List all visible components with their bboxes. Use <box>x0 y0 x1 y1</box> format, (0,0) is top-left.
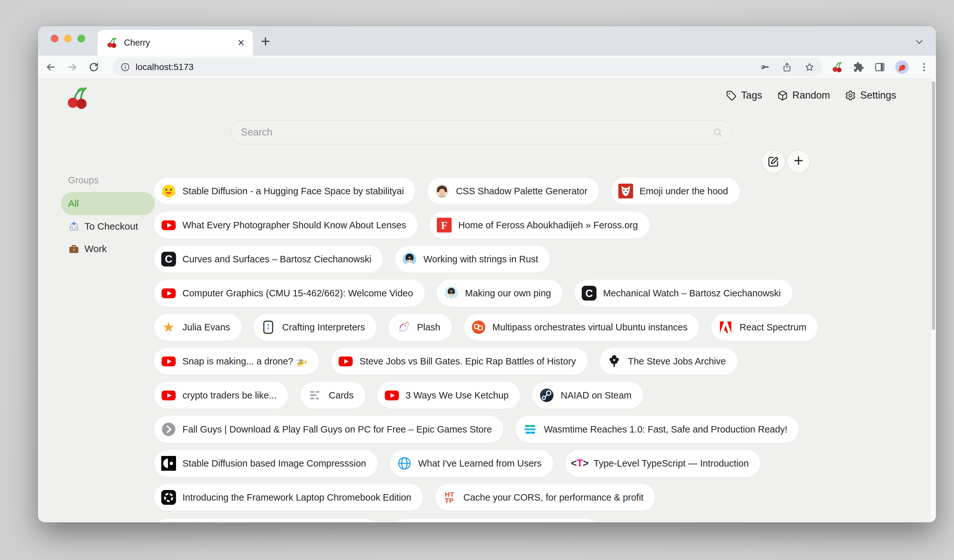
side-panel-icon[interactable] <box>874 61 886 73</box>
bookmark-pill[interactable]: What I've Learned from Users <box>390 450 553 477</box>
bookmark-row: Stable Diffusion based Image Compresssio… <box>154 450 818 477</box>
bookmark-pill[interactable]: Wasmtime Reaches 1.0: Fast, Safe and Pro… <box>516 416 799 443</box>
inbox-icon <box>68 221 80 232</box>
bookmark-pill[interactable]: Plash <box>389 314 452 341</box>
back-arrow-icon <box>45 61 56 73</box>
bookmark-pill[interactable]: crypto traders be like... <box>154 382 288 409</box>
bookmark-pill[interactable]: NAIAD on Steam <box>532 382 643 409</box>
bookmark-pill[interactable] <box>154 519 379 523</box>
bookmark-row: Fall Guys | Download & Play Fall Guys on… <box>154 416 818 443</box>
bookmark-pill[interactable]: CSS Shadow Palette Generator <box>427 177 599 205</box>
bookmark-pill[interactable]: Stable Diffusion based Image Compresssio… <box>154 450 378 477</box>
search-input[interactable] <box>240 126 712 138</box>
bookmark-label: NAIAD on Steam <box>561 390 631 401</box>
bookmark-pill[interactable]: ★Julia Evans <box>154 314 242 341</box>
book-icon <box>261 320 276 334</box>
person-avatar-icon <box>435 184 449 198</box>
settings-button[interactable]: Settings <box>845 90 896 101</box>
bookmark-label: Introducing the Framework Laptop Chromeb… <box>182 492 412 503</box>
tag-icon <box>726 90 737 101</box>
bookmark-pill[interactable]: FHome of Feross Aboukhadijeh » Feross.or… <box>430 212 649 239</box>
close-window-button[interactable] <box>51 35 58 42</box>
sidebar-item-to-checkout[interactable]: To Checkout <box>61 215 155 238</box>
bookmark-pill[interactable]: 3 Ways We Use Ketchup <box>377 382 521 409</box>
ciechanowski-icon: C <box>161 252 176 266</box>
bookmark-pill[interactable]: CMechanical Watch – Bartosz Ciechanowski <box>575 280 792 306</box>
edit-bookmarks-button[interactable] <box>762 149 786 173</box>
youtube-icon <box>161 218 176 232</box>
bookmark-label: Stable Diffusion - a Hugging Face Space … <box>182 186 404 196</box>
globe-icon <box>397 456 412 471</box>
bookmark-label: Steve Jobs vs Bill Gates. Epic Rap Battl… <box>359 356 576 367</box>
password-key-icon[interactable] <box>759 62 770 72</box>
bookmark-row: Introducing the Framework Laptop Chromeb… <box>154 484 818 511</box>
bookmark-pill[interactable]: Introducing the Framework Laptop Chromeb… <box>154 484 423 511</box>
bookmark-star-icon[interactable] <box>804 62 815 72</box>
back-button[interactable] <box>42 59 59 75</box>
bookmark-pill[interactable]: Working with strings in Rust <box>395 246 550 272</box>
adobe-icon <box>718 320 733 334</box>
search-icon <box>712 127 723 138</box>
bookmark-label: Snap is making... a drone? 🚁 <box>182 356 307 367</box>
bookmark-row: Stable Diffusion - a Hugging Face Space … <box>154 177 818 205</box>
bookmark-pill[interactable]: Crafting Interpreters <box>254 314 376 341</box>
sidebar-item-work[interactable]: Work <box>61 238 155 260</box>
bookmark-pill[interactable]: Steve Jobs vs Bill Gates. Epic Rap Battl… <box>331 348 588 375</box>
bookmark-label: Julia Evans <box>182 322 230 333</box>
settings-label: Settings <box>860 90 896 101</box>
cherry-extension-icon[interactable] <box>831 61 843 73</box>
bookmark-row: Snap is making... a drone? 🚁Steve Jobs v… <box>154 348 818 375</box>
bookmark-pill[interactable]: <T>Type-Level TypeScript — Introduction <box>565 450 760 477</box>
scrollbar-thumb[interactable] <box>932 81 935 330</box>
site-info-icon[interactable] <box>120 62 130 72</box>
tags-button[interactable]: Tags <box>726 90 762 101</box>
bookmark-pill[interactable]: Computer Graphics (CMU 15-462/662): Welc… <box>154 280 425 306</box>
share-icon[interactable] <box>782 62 792 72</box>
bookmark-pill[interactable]: Emoji under the hood <box>611 177 740 205</box>
bookmark-pill[interactable]: React Spectrum <box>711 314 818 341</box>
extensions-puzzle-icon[interactable] <box>853 61 865 73</box>
bookmark-label: Cards <box>329 390 353 401</box>
bookmark-pill[interactable]: What Every Photographer Should Know Abou… <box>154 212 418 239</box>
bookmark-pill[interactable]: Fall Guys | Download & Play Fall Guys on… <box>154 416 504 443</box>
sidebar-item-all[interactable]: All <box>61 192 155 215</box>
plus-icon: + <box>794 151 803 170</box>
bookmark-label: Working with strings in Rust <box>423 254 538 264</box>
bookmark-label: 3 Ways We Use Ketchup <box>406 390 509 401</box>
browser-menu-kebab-icon[interactable] <box>918 61 930 73</box>
bookmark-pill[interactable]: Making our own ping <box>437 280 563 306</box>
tree-icon <box>607 354 622 369</box>
bookmark-pill[interactable]: CCurves and Surfaces – Bartosz Ciechanow… <box>154 246 383 272</box>
random-button[interactable]: Random <box>777 90 830 101</box>
bookmark-pill[interactable]: Cards <box>300 382 365 409</box>
tab-search-chevron-icon[interactable] <box>913 36 925 47</box>
bookmark-pill[interactable]: Snap is making... a drone? 🚁 <box>154 348 319 375</box>
minimize-window-button[interactable] <box>64 35 72 42</box>
profile-avatar[interactable] <box>895 60 909 74</box>
bookmark-label: What I've Learned from Users <box>418 458 542 469</box>
reload-button[interactable] <box>86 59 102 75</box>
address-bar[interactable]: localhost:5173 <box>112 58 822 76</box>
bookmark-label: Home of Feross Aboukhadijeh » Feross.org <box>458 220 638 230</box>
bookmark-pill[interactable] <box>391 519 600 523</box>
compression-icon <box>161 456 176 471</box>
youtube-icon <box>161 354 176 369</box>
search-bar[interactable] <box>231 120 733 145</box>
bookmark-pill[interactable]: Multipass orchestrates virtual Ubuntu in… <box>464 314 699 341</box>
sidebar-item-label: All <box>68 198 79 209</box>
bookmark-label: What Every Photographer Should Know Abou… <box>182 220 406 230</box>
new-tab-button[interactable]: + <box>261 32 270 50</box>
tab-title: Cherry <box>124 38 232 48</box>
bookmark-pill[interactable]: The Steve Jobs Archive <box>600 348 737 375</box>
close-tab-icon[interactable]: × <box>238 37 245 48</box>
bookmark-row: ★Julia EvansCrafting InterpretersPlashMu… <box>154 314 818 341</box>
add-bookmark-button[interactable]: + <box>787 149 811 173</box>
bookmark-label: Type-Level TypeScript — Introduction <box>594 458 749 469</box>
zoom-window-button[interactable] <box>77 35 85 42</box>
bookmark-pill[interactable]: HTTPCache your CORS, for performance & p… <box>435 484 655 511</box>
forward-button[interactable] <box>64 59 81 75</box>
tab-cherry[interactable]: Cherry × <box>98 30 253 56</box>
bookmark-pill[interactable]: Stable Diffusion - a Hugging Face Space … <box>154 177 415 205</box>
multipass-icon <box>471 320 486 334</box>
page-scrollbar[interactable] <box>931 79 936 523</box>
